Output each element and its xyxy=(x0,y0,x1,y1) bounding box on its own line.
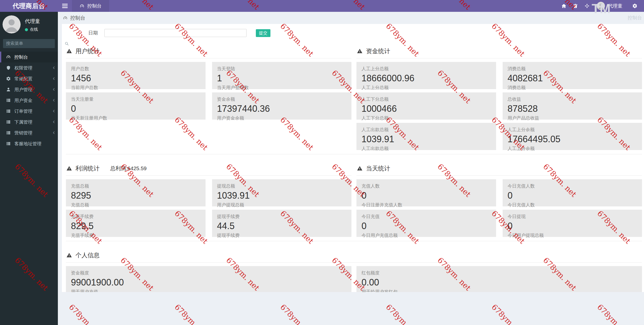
sidebar-item-subordinate-management[interactable]: 下属管理 ‹ xyxy=(0,117,58,127)
total-profit-label: 总利润:6425.59 xyxy=(110,165,147,172)
section-fund-stats: 资金统计 人工上分总额 18666000.96 人工上分总额 消费总额 4082… xyxy=(356,47,642,150)
stat-card: 充值总额 8295 充值总额 xyxy=(66,179,206,206)
sidebar-item-label: 订单管理 xyxy=(14,108,32,114)
divider xyxy=(66,154,642,154)
section-title: 利润统计 xyxy=(75,164,100,172)
gear-icon[interactable] xyxy=(629,3,640,9)
stats-row-1: 用户统计 用户总数 1456 当前用户总数 当天登陆 1 当天用户登陆数 xyxy=(66,47,642,150)
sidebar-item-label: 用户管理 xyxy=(14,87,32,93)
divider xyxy=(66,58,351,58)
breadcrumb[interactable]: 控制台 xyxy=(63,15,85,21)
sidebar-search xyxy=(3,39,55,48)
section-header: 资金统计 xyxy=(357,47,642,55)
search-button[interactable] xyxy=(65,39,69,48)
stat-card: 人工出款总额 1039.91 人工出款总额 xyxy=(356,123,496,150)
section-title: 个人信息 xyxy=(75,251,100,259)
home-icon[interactable] xyxy=(558,3,570,9)
tachometer-icon xyxy=(79,4,85,9)
sidebar-item-user-management[interactable]: 用户管理 ‹ xyxy=(0,84,58,95)
shield-icon xyxy=(6,65,11,70)
avatar xyxy=(3,15,21,33)
section-title: 用户统计 xyxy=(75,47,100,55)
stat-card: 人工下分总额 1000466 人工下分总额 xyxy=(356,92,496,120)
tachometer-icon xyxy=(63,16,68,20)
divider xyxy=(356,58,642,58)
section-personal-info: 个人信息 资金额度 99001900.00 用于用户充值 红包额度 0.00 用… xyxy=(66,251,642,292)
breadcrumb-label: 控制台 xyxy=(70,15,85,21)
main-content: 控制台 控制台 日期 提交 用户统计 用户总数 1456 当前用 xyxy=(58,12,644,325)
tab-label: 控制台 xyxy=(87,3,102,9)
stat-card: 人工上分总额 18666000.96 人工上分总额 xyxy=(356,62,496,89)
sidebar-item-label: 客服地址管理 xyxy=(14,141,42,147)
sidebar-username: 代理童 xyxy=(25,18,40,25)
sidebar-item-permissions[interactable]: 权限管理 ‹ xyxy=(0,62,58,73)
chevron-left-icon: ‹ xyxy=(53,86,55,93)
tab-dashboard[interactable]: 控制台 xyxy=(72,0,109,12)
gears-icon xyxy=(6,76,11,81)
sidebar-item-user-funds[interactable]: 用户资金 ‹ xyxy=(0,95,58,106)
date-input[interactable] xyxy=(104,29,247,37)
topbar: 代理商后台 控制台 代理童 xyxy=(0,0,644,12)
stat-card: 资金余额 17397440.36 用户资金余额 xyxy=(212,92,352,120)
stat-card: 总收益 878528 用户产品总收益 xyxy=(503,92,642,120)
chevron-left-icon: ‹ xyxy=(53,119,55,126)
section-user-stats: 用户统计 用户总数 1456 当前用户总数 当天登陆 1 当天用户登陆数 xyxy=(66,47,351,150)
warning-icon xyxy=(357,166,363,171)
avatar xyxy=(597,2,605,10)
sidebar-item-marketing-management[interactable]: 营销管理 ‹ xyxy=(0,127,58,138)
tachometer-icon xyxy=(6,55,11,59)
sidebar-item-service-address-management[interactable]: 客服地址管理 xyxy=(0,138,58,149)
section-title: 资金统计 xyxy=(366,47,390,55)
divider xyxy=(66,262,642,263)
sidebar-item-order-management[interactable]: 订单管理 ‹ xyxy=(0,106,58,117)
stat-card: 充值人数 0 今日注册并充值人数 xyxy=(356,179,496,206)
section-header: 用户统计 xyxy=(66,47,351,55)
stat-card: 人工上分余额 17664495.05 人工上分余额 xyxy=(503,123,642,150)
chevron-left-icon: ‹ xyxy=(53,129,55,136)
chevron-left-icon: ‹ xyxy=(53,97,55,104)
breadcrumb-row: 控制台 控制台 xyxy=(58,12,644,24)
trash-icon[interactable] xyxy=(570,3,581,9)
section-header: 利润统计 总利润:6425.59 xyxy=(66,164,351,172)
topbar-right: 代理童 xyxy=(558,0,644,12)
fullscreen-icon[interactable] xyxy=(581,3,593,9)
stat-card: 红包额度 0.00 用于给用户发红包 xyxy=(356,266,642,292)
list-icon xyxy=(6,98,11,103)
stat-card: 今日充值人数 0 今日充值人数 xyxy=(503,179,642,206)
section-header: 个人信息 xyxy=(66,251,642,259)
user-menu[interactable]: 代理童 xyxy=(597,2,622,10)
sidebar-item-label: 常规配置 xyxy=(14,76,32,82)
sidebar: 代理童 在线 控制台 权限管理 ‹ 常规配置 ‹ 用户管理 ‹ xyxy=(0,12,58,325)
stat-card: 今日充值 0 今日用户充值总额 xyxy=(356,210,496,237)
dashboard-panel: 日期 提交 用户统计 用户总数 1456 当前用户总数 xyxy=(62,24,644,292)
chevron-left-icon: ‹ xyxy=(53,75,55,82)
hamburger-icon xyxy=(62,4,68,5)
section-header: 当天统计 xyxy=(357,164,642,172)
date-label: 日期 xyxy=(66,30,104,36)
list-icon xyxy=(6,120,11,124)
sidebar-item-label: 控制台 xyxy=(14,54,28,60)
sidebar-toggle-button[interactable] xyxy=(58,0,72,12)
sidebar-item-label: 权限管理 xyxy=(14,65,32,71)
sidebar-item-general-config[interactable]: 常规配置 ‹ xyxy=(0,73,58,84)
stat-card: 当天注册量 0 当天新注册用户数 xyxy=(66,92,206,120)
section-today-stats: 当天统计 充值人数 0 今日注册并充值人数 今日充值人数 0 今日充值人数 xyxy=(356,164,642,237)
stat-card: 资金额度 99001900.00 用于用户充值 xyxy=(66,266,351,292)
list-icon xyxy=(6,130,11,135)
warning-icon xyxy=(357,48,363,54)
sidebar-item-dashboard[interactable]: 控制台 xyxy=(0,52,58,62)
stat-card: 提现手续费 44.5 提现手续费 xyxy=(212,210,352,237)
stat-card: 当天登陆 1 当天用户登陆数 xyxy=(212,62,352,89)
section-profit-stats: 利润统计 总利润:6425.59 充值总额 8295 充值总额 提现总额 103… xyxy=(66,164,351,237)
online-status-label: 在线 xyxy=(30,27,38,32)
sidebar-item-label: 用户资金 xyxy=(14,97,32,103)
sidebar-user-panel: 代理童 在线 xyxy=(0,12,58,37)
stat-card: 充值手续费 829.5 充值手续费 xyxy=(66,210,206,237)
topbar-username: 代理童 xyxy=(608,3,622,9)
stat-card: 提现总额 1039.91 用户提现总额 xyxy=(212,179,352,206)
search-input[interactable] xyxy=(3,39,65,48)
divider xyxy=(356,175,642,176)
section-title: 当天统计 xyxy=(366,164,390,172)
warning-icon xyxy=(66,166,72,171)
submit-button[interactable]: 提交 xyxy=(256,29,270,37)
